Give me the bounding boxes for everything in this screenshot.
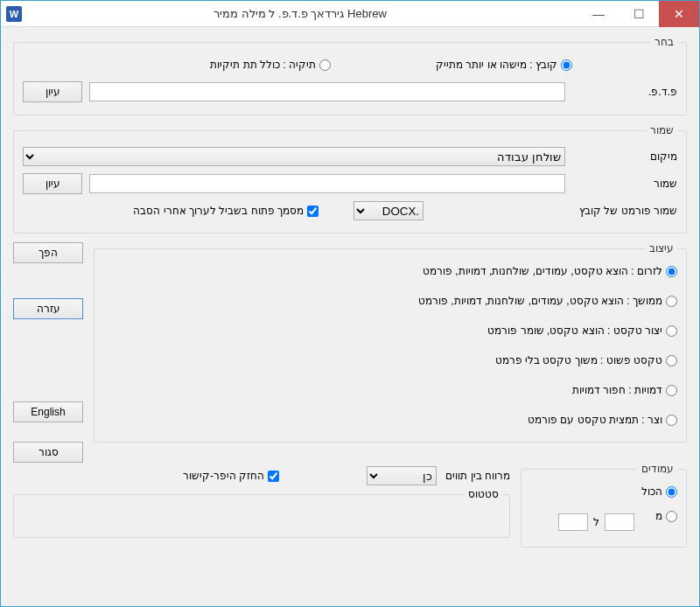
status-legend: סטטוס xyxy=(465,488,502,500)
save-path-input[interactable] xyxy=(89,174,565,193)
pdf-label: פ.ד.פ. xyxy=(572,86,677,98)
titlebar: W גירדאך פ.ד.פ. ל מילה ממיר Hebrew — ☐ ✕ xyxy=(1,1,699,27)
location-label: מיקום xyxy=(572,150,677,163)
mode-file-radio[interactable]: קובץ : מישהו או יותר מתייק xyxy=(436,59,572,71)
pages-all-radio[interactable]: הכול xyxy=(530,485,677,498)
app-icon: W xyxy=(6,6,22,22)
open-after-label: מסמך פתוח בשביל לערוך אחרי הסבה xyxy=(133,205,304,217)
layout-option-2[interactable]: יצור טקסט : הוצא טקסט, שומר פורמט xyxy=(103,324,677,337)
window-title: גירדאך פ.ד.פ. ל מילה ממיר Hebrew xyxy=(22,7,578,20)
page-from-input[interactable] xyxy=(605,513,634,531)
layout-option-5[interactable]: וצר : תמצית טקסט עם פורמט xyxy=(103,414,677,426)
spacing-label: מרווח בין תווים xyxy=(445,470,510,482)
browse-pdf-button[interactable]: עיון xyxy=(23,81,82,102)
close-app-button[interactable]: סגור xyxy=(13,442,83,463)
pdf-path-input[interactable] xyxy=(89,82,565,101)
page-to-label: ל xyxy=(593,516,599,528)
pages-legend: עמודים xyxy=(638,463,677,475)
save-legend: שמור xyxy=(647,124,677,136)
select-legend: בחר xyxy=(651,36,677,48)
save-as-label: שמור xyxy=(572,178,677,190)
layout-option-4[interactable]: דמויות : חפור דמויות xyxy=(103,384,677,396)
format-select[interactable]: .DOCX xyxy=(354,201,424,220)
select-group: בחר קובץ : מישהו או יותר מתייק תיקיה : כ… xyxy=(13,36,687,115)
hyperlink-label: החזק היפר-קישור xyxy=(183,470,264,482)
location-select[interactable]: שולחן עבודה xyxy=(23,147,565,166)
help-button[interactable]: עזרה xyxy=(13,298,83,319)
open-after-checkbox[interactable]: מסמך פתוח בשביל לערוך אחרי הסבה xyxy=(133,205,318,217)
pages-group: עמודים הכול מ ל xyxy=(521,463,687,548)
maximize-button[interactable]: ☐ xyxy=(619,1,659,27)
layout-legend: עיצוב xyxy=(646,242,677,255)
layout-option-1[interactable]: ממושך : הוצא טקסט, עמודים, שולחנות, דמוי… xyxy=(103,295,677,307)
mode-folder-radio[interactable]: תיקיה : כולל תת תיקיות xyxy=(210,59,331,71)
layout-option-0[interactable]: לזרום : הוצא טקסט, עמודים, שולחנות, דמוי… xyxy=(103,265,677,277)
pages-range-radio[interactable]: מ xyxy=(655,510,677,522)
browse-save-button[interactable]: עיון xyxy=(23,173,82,194)
layout-option-3[interactable]: טקסט פשוט : משוך טקסט בלי פרמט xyxy=(103,354,677,366)
layout-group: עיצוב לזרום : הוצא טקסט, עמודים, שולחנות… xyxy=(94,242,687,443)
page-to-input[interactable] xyxy=(558,513,588,531)
hyperlink-checkbox[interactable]: החזק היפר-קישור xyxy=(183,470,279,482)
spacing-select[interactable]: כן xyxy=(367,466,437,485)
format-label: שמור פורמט של קובץ xyxy=(572,205,677,217)
minimize-button[interactable]: — xyxy=(578,1,619,27)
english-button[interactable]: English xyxy=(13,401,83,422)
app-window: W גירדאך פ.ד.פ. ל מילה ממיר Hebrew — ☐ ✕… xyxy=(0,0,700,607)
close-button[interactable]: ✕ xyxy=(659,1,699,27)
save-group: שמור מיקום שולחן עבודה שמור עיון שמור פו… xyxy=(13,124,687,234)
status-group: סטטוס xyxy=(13,494,510,538)
mode-folder-label: תיקיה : כולל תת תיקיות xyxy=(210,59,316,71)
convert-button[interactable]: הפך xyxy=(13,242,83,263)
mode-file-label: קובץ : מישהו או יותר מתייק xyxy=(436,59,557,71)
